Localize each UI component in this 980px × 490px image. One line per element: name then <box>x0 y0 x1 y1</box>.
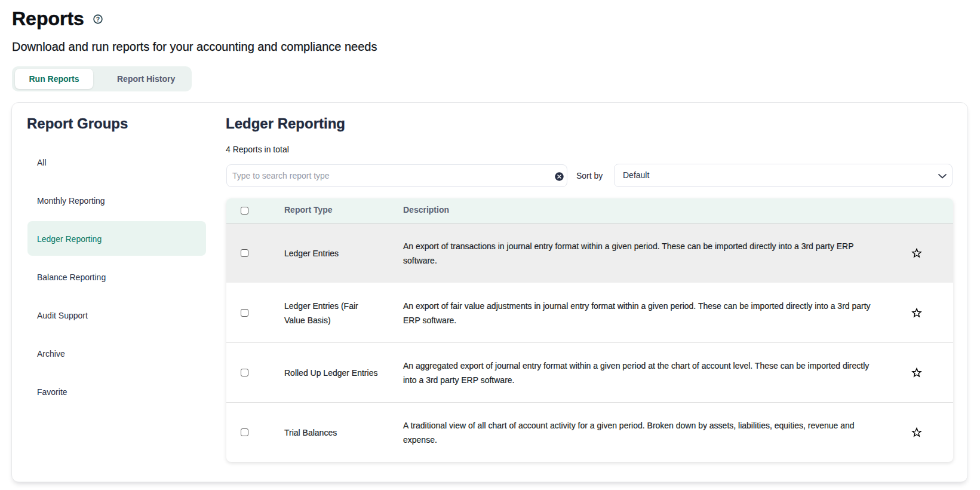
svg-text:?: ? <box>96 16 100 23</box>
